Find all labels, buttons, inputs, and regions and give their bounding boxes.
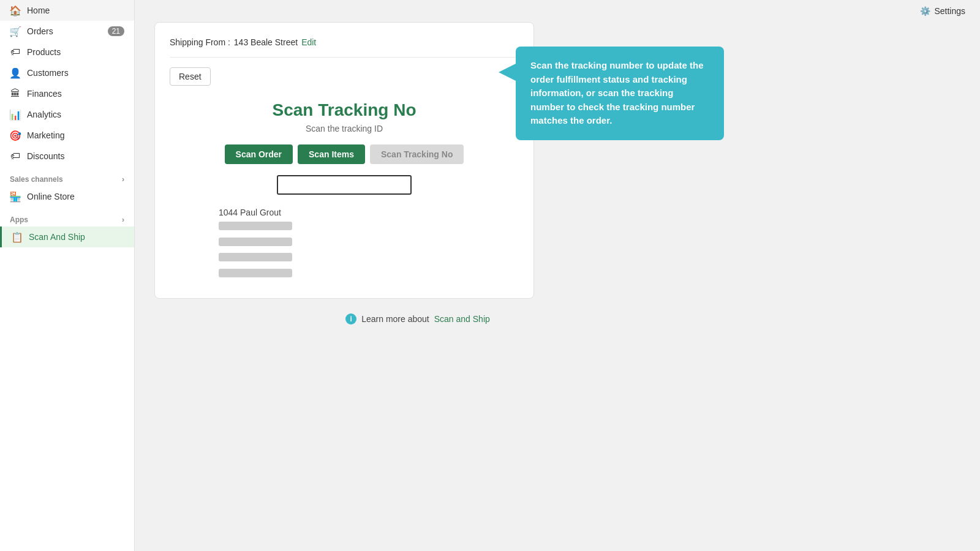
apps-label: Apps›	[0, 207, 134, 227]
address-line-1	[219, 222, 292, 230]
sidebar: 🏠 Home 🛒 Orders 21 🏷 Products 👤 Customer…	[0, 0, 135, 551]
scan-tracking-tab: Scan Tracking No	[370, 144, 464, 164]
discounts-icon: 🏷	[10, 151, 21, 162]
tooltip-text: Scan the tracking number to update the o…	[530, 60, 704, 126]
sidebar-label-customers: Customers	[27, 68, 69, 78]
learn-more-prefix: Learn more about	[361, 314, 429, 324]
analytics-icon: 📊	[10, 109, 21, 120]
scan-card: Shipping From : 143 Beale Street Edit Re…	[154, 22, 534, 299]
sidebar-label-products: Products	[27, 47, 61, 57]
address-line-3	[219, 253, 292, 261]
scan-input-row	[170, 175, 519, 195]
scan-subtitle: Scan the tracking ID	[170, 124, 519, 133]
customers-icon: 👤	[10, 67, 21, 78]
shipping-from-row: Shipping From : 143 Beale Street Edit	[170, 37, 519, 58]
finances-icon: 🏛	[10, 88, 21, 99]
content-area: Shipping From : 143 Beale Street Edit Re…	[135, 22, 980, 551]
online-store-icon: 🏪	[10, 191, 21, 202]
top-bar: ⚙️ Settings	[135, 0, 980, 22]
products-icon: 🏷	[10, 47, 21, 58]
orders-badge: 21	[108, 26, 124, 36]
sidebar-item-marketing[interactable]: 🎯 Marketing	[0, 125, 134, 146]
sidebar-label-finances: Finances	[27, 89, 62, 99]
scan-items-tab[interactable]: Scan Items	[298, 144, 365, 164]
scan-order-tab[interactable]: Scan Order	[225, 144, 293, 164]
apps-chevron: ›	[122, 216, 124, 224]
shipping-address: 143 Beale Street	[234, 37, 298, 47]
orders-icon: 🛒	[10, 26, 21, 37]
scan-and-ship-icon: 📋	[12, 231, 23, 242]
sidebar-item-finances[interactable]: 🏛 Finances	[0, 83, 134, 104]
main-content: ⚙️ Settings Shipping From : 143 Beale St…	[135, 0, 980, 551]
sidebar-item-analytics[interactable]: 📊 Analytics	[0, 104, 134, 125]
sidebar-item-online-store[interactable]: 🏪Online Store	[0, 186, 134, 207]
settings-label: Settings	[934, 6, 965, 16]
reset-button[interactable]: Reset	[170, 67, 211, 86]
sidebar-label-discounts: Discounts	[27, 151, 64, 161]
sidebar-item-customers[interactable]: 👤 Customers	[0, 62, 134, 83]
sidebar-item-discounts[interactable]: 🏷 Discounts	[0, 146, 134, 167]
tooltip-bubble: Scan the tracking number to update the o…	[516, 47, 724, 140]
info-icon: i	[345, 313, 356, 324]
shipping-from-label: Shipping From :	[170, 37, 230, 47]
marketing-icon: 🎯	[10, 130, 21, 141]
sidebar-label-home: Home	[27, 6, 50, 15]
learn-more-link[interactable]: Scan and Ship	[434, 314, 490, 324]
card-tooltip-row: Shipping From : 143 Beale Street Edit Re…	[154, 22, 960, 299]
sidebar-item-orders[interactable]: 🛒 Orders 21	[0, 21, 134, 42]
settings-button[interactable]: ⚙️ Settings	[920, 6, 965, 16]
customer-name: 1044 Paul Grout	[219, 206, 519, 220]
sidebar-label-marketing: Marketing	[27, 130, 64, 140]
sidebar-item-products[interactable]: 🏷 Products	[0, 42, 134, 62]
sales-channels-label: Sales channels›	[0, 167, 134, 186]
scan-tracking-input[interactable]	[277, 175, 412, 195]
edit-link[interactable]: Edit	[301, 37, 316, 47]
sidebar-item-home[interactable]: 🏠 Home	[0, 0, 134, 21]
sidebar-item-scan-and-ship[interactable]: 📋Scan And Ship	[0, 227, 134, 247]
tab-buttons: Scan Order Scan Items Scan Tracking No	[170, 144, 519, 164]
address-line-4	[219, 269, 292, 277]
address-block: 1044 Paul Grout	[170, 206, 519, 283]
sidebar-label-analytics: Analytics	[27, 110, 61, 119]
address-line-2	[219, 238, 292, 246]
sidebar-label-orders: Orders	[27, 26, 53, 36]
home-icon: 🏠	[10, 5, 21, 16]
sales-channels-chevron: ›	[122, 175, 124, 184]
gear-icon: ⚙️	[920, 6, 930, 16]
learn-more-row: i Learn more about Scan and Ship	[154, 313, 681, 324]
scan-title: Scan Tracking No	[170, 100, 519, 120]
